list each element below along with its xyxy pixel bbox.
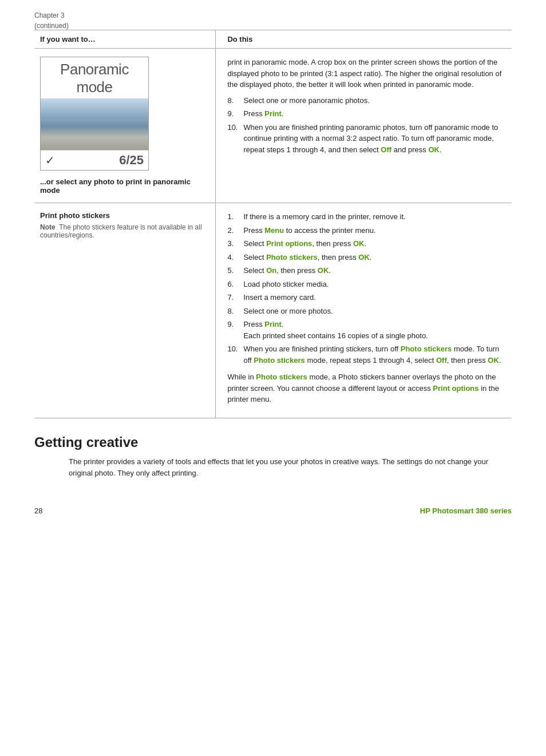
panoramic-box: Panoramic mode ✓ 6/25 [40,57,149,171]
ok-link: OK [318,266,329,275]
note-label: Note [40,223,56,231]
panoramic-right-content: print in panoramic mode. A crop box on t… [227,57,506,155]
step-text: Press Menu to access the printer menu. [243,225,506,236]
table-header-row: If you want to… Do this [34,30,512,49]
stickers-footer-note: While in Photo stickers mode, a Photo st… [227,371,506,405]
step-text: Select one or more photos. [243,306,506,317]
step-text: If there is a memory card in the printer… [243,211,506,223]
page-footer: 28 HP Photosmart 380 series [34,502,512,515]
brand-label: HP Photosmart 380 series [420,506,512,515]
panoramic-image [41,98,148,150]
main-table: If you want to… Do this Panoramic mode ✓… [34,30,512,418]
step-text: When you are finished printing stickers,… [243,343,506,366]
photo-stickers-link2: Photo stickers [254,356,305,365]
ok-link: OK [358,253,370,262]
stickers-left-col: Print photo stickers Note The photo stic… [34,203,216,418]
off-link: Off [436,356,447,365]
stickers-right-col: 1. If there is a memory card in the prin… [216,203,512,418]
getting-creative-body: The printer provides a variety of tools … [34,456,512,479]
panoramic-steps: 8. Select one or more panoramic photos. … [227,95,506,156]
photo-stickers-inline: Photo stickers [256,373,307,381]
step-num: 8. [227,95,243,106]
step-num: 6. [227,279,243,290]
page: Chapter 3 (continued) If you want to… Do… [0,0,546,538]
step-text: Load photo sticker media. [243,279,506,290]
step-num: 1. [227,211,243,223]
step-text: Select one or more panoramic photos. [243,95,506,106]
list-item: 4. Select Photo stickers, then press OK. [227,252,506,263]
on-link: On [266,266,276,275]
list-item: 7. Insert a memory card. [227,292,506,303]
step-text: Select Photo stickers, then press OK. [243,252,506,263]
col1-header: If you want to… [34,30,216,49]
getting-creative-heading: Getting creative [34,434,512,450]
step-num: 2. [227,225,243,236]
panoramic-right-col: print in panoramic mode. A crop box on t… [216,49,512,203]
print-options-inline: Print options [433,384,478,393]
slide-number: 6/25 [119,153,144,168]
step-text: Press Print. [243,108,506,120]
step-num: 10. [227,343,243,366]
photo-stickers-link: Photo stickers [266,253,318,262]
list-item: 8. Select one or more photos. [227,306,506,317]
page-number: 28 [34,506,42,515]
stickers-steps: 1. If there is a memory card in the prin… [227,211,506,366]
list-item: 10. When you are finished printing panor… [227,122,506,156]
step-num: 9. [227,108,243,120]
ok-link: OK [428,145,440,154]
step-text: When you are finished printing panoramic… [243,122,506,156]
step-num: 10. [227,122,243,156]
getting-creative-section: Getting creative The printer provides a … [34,434,512,479]
step-num: 9. [227,319,243,341]
panoramic-caption: ...or select any photo to print in panor… [40,177,206,195]
step-num: 5. [227,265,243,276]
step-num: 7. [227,292,243,303]
ok-link: OK [353,239,365,248]
continued-label: (continued) [34,22,512,30]
list-item: 2. Press Menu to access the printer menu… [227,225,506,236]
list-item: 1. If there is a memory card in the prin… [227,211,506,223]
list-item: 5. Select On, then press OK. [227,265,506,276]
list-item: 9. Press Print. [227,108,506,120]
table-row: Panoramic mode ✓ 6/25 ...or select any p… [34,49,512,203]
step-num: 3. [227,238,243,250]
list-item: 9. Press Print.Each printed sheet contai… [227,319,506,341]
list-item: 10. When you are finished printing stick… [227,343,506,366]
chapter-label: Chapter 3 [34,11,512,19]
panoramic-intro: print in panoramic mode. A crop box on t… [227,57,506,90]
panoramic-title: Panoramic mode [41,57,148,98]
step-text: Select On, then press OK. [243,265,506,276]
photo-stickers-link: Photo stickers [401,345,452,353]
table-row: Print photo stickers Note The photo stic… [34,203,512,418]
checkmark-icon: ✓ [45,153,55,167]
col2-header: Do this [216,30,512,49]
stickers-note: Note The photo stickers feature is not a… [40,223,206,239]
menu-link: Menu [264,226,284,235]
stickers-right-content: 1. If there is a memory card in the prin… [227,211,506,405]
panoramic-left-col: Panoramic mode ✓ 6/25 ...or select any p… [34,49,216,203]
list-item: 8. Select one or more panoramic photos. [227,95,506,106]
step-num: 8. [227,306,243,317]
ok-link: OK [488,356,499,365]
list-item: 6. Load photo sticker media. [227,279,506,290]
stickers-title: Print photo stickers [40,211,206,220]
panoramic-bottom-bar: ✓ 6/25 [41,150,148,170]
off-link: Off [381,145,391,154]
print-link: Print [264,320,282,328]
print-link: Print [264,109,282,118]
list-item: 3. Select Print options, then press OK. [227,238,506,250]
step-num: 4. [227,252,243,263]
step-text: Press Print.Each printed sheet contains … [243,319,506,341]
step-text: Insert a memory card. [243,292,506,303]
print-options-link: Print options [266,239,312,248]
note-body: The photo stickers feature is not availa… [40,223,202,239]
step-text: Select Print options, then press OK. [243,238,506,250]
